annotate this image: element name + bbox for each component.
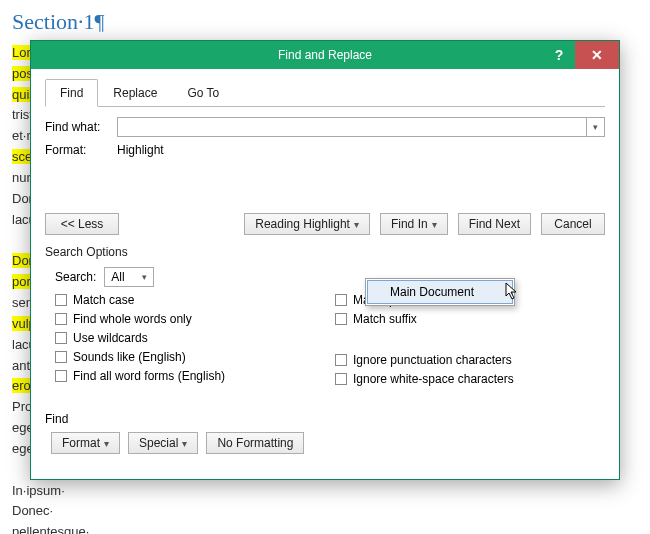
checkbox-match_case[interactable]: Match case <box>55 293 325 307</box>
checkbox-box[interactable] <box>55 294 67 306</box>
help-button[interactable]: ? <box>543 41 575 69</box>
checkbox-wildcards[interactable]: Use wildcards <box>55 331 325 345</box>
checkbox-whole_words[interactable]: Find whole words only <box>55 312 325 326</box>
tab-strip: FindReplaceGo To <box>45 79 605 107</box>
format-value: Highlight <box>117 143 164 157</box>
format-button[interactable]: Format <box>51 432 120 454</box>
checkbox-label: Match case <box>73 293 134 307</box>
search-options-label: Search Options <box>45 245 605 259</box>
tab-replace[interactable]: Replace <box>98 79 172 107</box>
find-next-button[interactable]: Find Next <box>458 213 531 235</box>
checkbox-box[interactable] <box>55 370 67 382</box>
checkbox-label: Ignore white-space characters <box>353 372 514 386</box>
format-label: Format: <box>45 143 117 157</box>
checkbox-box[interactable] <box>335 294 347 306</box>
dialog-title: Find and Replace <box>31 48 619 62</box>
main-button-row: << Less Reading Highlight Find In Find N… <box>45 213 605 235</box>
find-section-label: Find <box>45 412 605 426</box>
find-in-menu: Main Document <box>365 278 515 306</box>
tab-go-to[interactable]: Go To <box>172 79 234 107</box>
checkbox-box[interactable] <box>335 313 347 325</box>
find-in-button[interactable]: Find In <box>380 213 448 235</box>
special-button[interactable]: Special <box>128 432 198 454</box>
find-replace-dialog: Find and Replace ? ✕ FindReplaceGo To Fi… <box>30 40 620 480</box>
checkbox-sounds_like[interactable]: Sounds like (English) <box>55 350 325 364</box>
checkbox-whitespace[interactable]: Ignore white-space characters <box>335 372 605 386</box>
chevron-down-icon[interactable]: ▾ <box>135 268 153 286</box>
close-button[interactable]: ✕ <box>575 41 619 69</box>
checkbox-label: Sounds like (English) <box>73 350 186 364</box>
dialog-titlebar[interactable]: Find and Replace ? ✕ <box>31 41 619 69</box>
checkbox-label: Find whole words only <box>73 312 192 326</box>
checkbox-box[interactable] <box>335 354 347 366</box>
reading-highlight-button[interactable]: Reading Highlight <box>244 213 370 235</box>
checkbox-box[interactable] <box>55 351 67 363</box>
checkbox-box[interactable] <box>55 313 67 325</box>
body-line: In·ipsum· <box>12 482 638 501</box>
menu-item-main-document[interactable]: Main Document <box>367 280 513 304</box>
checkbox-label: Ignore punctuation characters <box>353 353 512 367</box>
no-formatting-button[interactable]: No Formatting <box>206 432 304 454</box>
body-line: Donec· <box>12 502 638 521</box>
search-scope-label: Search: <box>55 270 96 284</box>
checkbox-label: Use wildcards <box>73 331 148 345</box>
body-line: pellentesque· <box>12 523 638 534</box>
close-icon: ✕ <box>591 47 603 63</box>
checkbox-word_forms[interactable]: Find all word forms (English) <box>55 369 325 383</box>
find-what-label: Find what: <box>45 120 117 134</box>
checkbox-suffix[interactable]: Match suffix <box>335 312 605 326</box>
find-what-input[interactable]: ▾ <box>117 117 605 137</box>
checkbox-label: Find all word forms (English) <box>73 369 225 383</box>
checkbox-punct[interactable]: Ignore punctuation characters <box>335 353 605 367</box>
section-heading: Section·1¶ <box>12 6 638 38</box>
tab-find[interactable]: Find <box>45 79 98 107</box>
checkbox-label: Match suffix <box>353 312 417 326</box>
chevron-down-icon[interactable]: ▾ <box>586 118 604 136</box>
less-button[interactable]: << Less <box>45 213 119 235</box>
search-scope-select[interactable]: All ▾ <box>104 267 154 287</box>
checkbox-box[interactable] <box>335 373 347 385</box>
checkbox-box[interactable] <box>55 332 67 344</box>
cancel-button[interactable]: Cancel <box>541 213 605 235</box>
